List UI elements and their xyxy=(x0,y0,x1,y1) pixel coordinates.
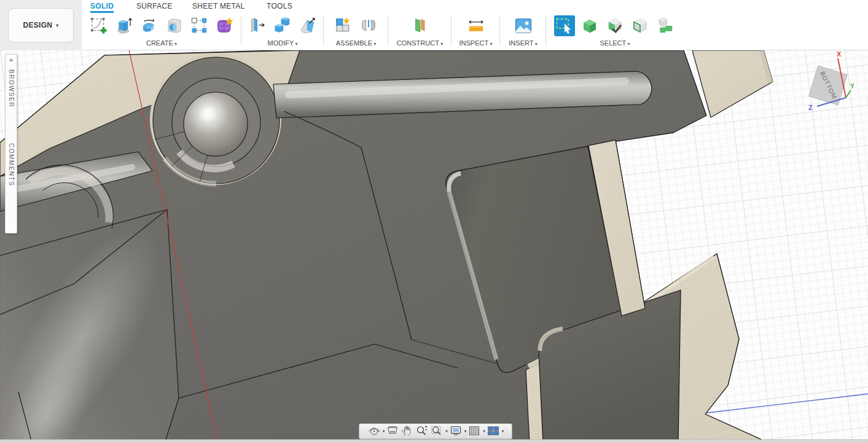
tab-tools[interactable]: TOOLS xyxy=(267,0,292,13)
select-body-icon[interactable] xyxy=(579,15,600,36)
workspace-switcher-label: DESIGN xyxy=(23,21,52,29)
selection-priority-icon[interactable] xyxy=(655,15,676,36)
new-component-icon[interactable] xyxy=(333,15,354,36)
chevron-down-icon: ▾ xyxy=(533,41,537,47)
pan-icon[interactable] xyxy=(401,425,414,438)
toolbar-separator xyxy=(388,16,388,45)
axis-x-label: X xyxy=(837,50,842,58)
hole-icon[interactable] xyxy=(164,15,185,36)
form-icon[interactable] xyxy=(214,15,235,36)
toolbar-separator xyxy=(499,16,500,45)
revolve-icon[interactable] xyxy=(139,15,160,36)
workspace-switcher-button[interactable]: DESIGN ▾ xyxy=(8,8,74,42)
toolbar-group-construct: CONSTRUCT ▾ xyxy=(391,14,449,49)
orbit-icon[interactable] xyxy=(367,425,381,438)
chevron-down-icon[interactable]: ▾ xyxy=(483,429,485,434)
group-label-text: SELECT xyxy=(600,39,626,47)
insert-canvas-icon[interactable] xyxy=(513,15,534,36)
tab-solid[interactable]: SOLID xyxy=(90,0,114,13)
axis-z-label: Z xyxy=(808,104,813,111)
toolbar-group-create: CREATE ▾ xyxy=(84,14,240,49)
chevron-down-icon: ▾ xyxy=(626,41,630,47)
left-panel-collapsed: » BROWSER COMMENTS xyxy=(5,54,17,233)
toolbar-separator xyxy=(241,16,241,45)
group-label-text: CONSTRUCT xyxy=(397,39,439,47)
toolbar-group-inspect: INSPECT ▾ xyxy=(454,14,498,49)
axis-y-label: Y xyxy=(850,83,854,90)
select-ok-icon[interactable] xyxy=(604,15,625,36)
sidebar-item-comments[interactable]: COMMENTS xyxy=(8,143,15,186)
display-settings-icon[interactable] xyxy=(449,425,463,438)
toolbar-group-modify: MODIFY ▾ xyxy=(244,14,321,49)
toolbar-separator xyxy=(545,16,546,45)
grid-settings-icon[interactable] xyxy=(467,425,481,438)
extrude-icon[interactable] xyxy=(114,15,135,36)
chevron-down-icon: ▾ xyxy=(488,41,492,47)
navigation-toolbar: ▾▾▾▾▾ xyxy=(359,423,512,439)
group-label-construct[interactable]: CONSTRUCT ▾ xyxy=(397,39,443,47)
select-face-icon[interactable] xyxy=(630,15,651,36)
group-label-text: INSPECT xyxy=(459,39,489,47)
group-label-text: MODIFY xyxy=(267,39,294,47)
expand-panel-icon[interactable]: » xyxy=(9,57,13,63)
group-label-modify[interactable]: MODIFY ▾ xyxy=(267,39,297,47)
toolbar-separator xyxy=(323,16,324,45)
fillet-icon[interactable] xyxy=(297,15,318,36)
measure-icon[interactable] xyxy=(466,15,487,36)
group-label-inspect[interactable]: INSPECT ▾ xyxy=(459,39,493,47)
ribbon-toolbar: DESIGN ▾ SOLIDSURFACESHEET METALTOOLS CR… xyxy=(0,0,868,50)
chevron-down-icon: ▾ xyxy=(439,41,443,47)
joint-icon[interactable] xyxy=(358,15,379,36)
pattern-icon[interactable] xyxy=(189,15,210,36)
group-label-text: INSERT xyxy=(509,39,533,47)
zoom-icon[interactable] xyxy=(415,425,429,438)
bottom-edge-strip xyxy=(0,439,868,443)
viewports-icon[interactable] xyxy=(487,425,500,438)
toolbar-group-assemble: ASSEMBLE ▾ xyxy=(326,14,386,49)
look-at-icon[interactable] xyxy=(386,425,399,438)
chevron-down-icon[interactable]: ▾ xyxy=(464,429,467,434)
marquee-select-icon[interactable] xyxy=(554,15,575,36)
chevron-down-icon[interactable]: ▾ xyxy=(445,429,448,434)
create-sketch-icon[interactable] xyxy=(88,15,109,36)
fit-icon[interactable] xyxy=(430,425,444,438)
chevron-down-icon: ▾ xyxy=(372,41,376,47)
group-label-text: CREATE xyxy=(146,39,173,47)
chevron-down-icon: ▾ xyxy=(294,41,297,47)
tab-sheet-metal[interactable]: SHEET METAL xyxy=(192,0,245,13)
workspace-switcher-area: DESIGN ▾ xyxy=(0,0,82,50)
chevron-down-icon[interactable]: ▾ xyxy=(383,429,385,434)
chevron-down-icon: ▾ xyxy=(173,41,177,47)
group-label-create[interactable]: CREATE ▾ xyxy=(146,39,177,47)
chevron-down-icon: ▾ xyxy=(56,23,58,28)
group-label-insert[interactable]: INSERT ▾ xyxy=(509,39,537,47)
viewport-canvas[interactable]: BOTTOM X Y Z xyxy=(0,50,868,443)
tab-surface[interactable]: SURFACE xyxy=(136,0,173,13)
grid-overlay xyxy=(0,50,868,443)
toolbar-separator xyxy=(451,16,452,45)
press-pull-icon[interactable] xyxy=(247,15,268,36)
combine-icon[interactable] xyxy=(272,15,293,36)
chevron-down-icon[interactable]: ▾ xyxy=(502,429,504,434)
fusion360-window: BOTTOM X Y Z DESIGN ▾ SOLIDSURFACESHEET … xyxy=(0,0,868,443)
group-label-text: ASSEMBLE xyxy=(336,39,372,47)
group-label-select[interactable]: SELECT ▾ xyxy=(600,39,630,47)
toolbar-group-select: SELECT ▾ xyxy=(549,14,681,49)
construction-plane-icon[interactable] xyxy=(410,15,431,36)
cad-model[interactable] xyxy=(0,50,868,443)
sidebar-item-browser[interactable]: BROWSER xyxy=(8,69,15,108)
toolbar-group-insert: INSERT ▾ xyxy=(502,14,544,49)
group-label-assemble[interactable]: ASSEMBLE ▾ xyxy=(336,39,377,47)
